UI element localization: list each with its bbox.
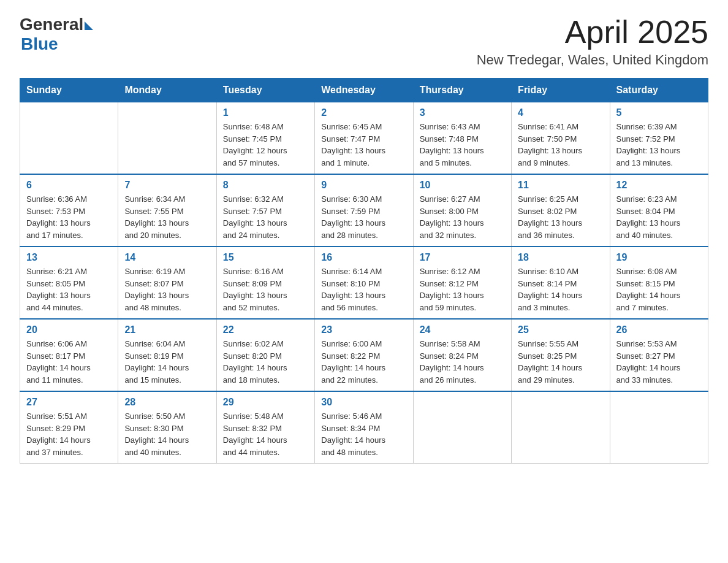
page-header: General Blue April 2025 New Tredegar, Wa… — [20, 15, 708, 68]
weekday-header-thursday: Thursday — [413, 79, 511, 102]
day-info: Sunrise: 5:48 AM Sunset: 8:32 PM Dayligh… — [223, 410, 308, 458]
logo-arrow-icon — [85, 21, 93, 30]
calendar-cell: 22Sunrise: 6:02 AM Sunset: 8:20 PM Dayli… — [216, 319, 314, 391]
day-number: 10 — [420, 180, 505, 191]
calendar-cell — [20, 102, 118, 175]
weekday-header-friday: Friday — [512, 79, 610, 102]
weekday-header-row: SundayMondayTuesdayWednesdayThursdayFrid… — [20, 79, 708, 102]
day-number: 12 — [616, 180, 702, 191]
calendar-cell — [413, 391, 511, 464]
day-number: 15 — [223, 252, 308, 263]
calendar-cell: 26Sunrise: 5:53 AM Sunset: 8:27 PM Dayli… — [610, 319, 708, 391]
day-number: 4 — [518, 107, 603, 118]
day-number: 14 — [124, 252, 210, 263]
day-number: 24 — [420, 324, 505, 335]
day-info: Sunrise: 6:04 AM Sunset: 8:19 PM Dayligh… — [124, 338, 210, 386]
calendar-cell: 1Sunrise: 6:48 AM Sunset: 7:45 PM Daylig… — [216, 102, 314, 175]
day-info: Sunrise: 6:27 AM Sunset: 8:00 PM Dayligh… — [420, 193, 505, 241]
day-number: 20 — [26, 324, 112, 335]
calendar-cell: 4Sunrise: 6:41 AM Sunset: 7:50 PM Daylig… — [512, 102, 610, 175]
day-info: Sunrise: 6:02 AM Sunset: 8:20 PM Dayligh… — [223, 338, 308, 386]
day-info: Sunrise: 6:48 AM Sunset: 7:45 PM Dayligh… — [223, 121, 308, 169]
week-row-4: 20Sunrise: 6:06 AM Sunset: 8:17 PM Dayli… — [20, 319, 708, 391]
day-number: 25 — [518, 324, 603, 335]
day-info: Sunrise: 6:06 AM Sunset: 8:17 PM Dayligh… — [26, 338, 112, 386]
day-number: 19 — [616, 252, 702, 263]
day-number: 1 — [223, 107, 308, 118]
day-number: 27 — [26, 397, 112, 408]
day-info: Sunrise: 6:21 AM Sunset: 8:05 PM Dayligh… — [26, 266, 112, 313]
calendar-cell: 14Sunrise: 6:19 AM Sunset: 8:07 PM Dayli… — [118, 247, 216, 319]
day-number: 11 — [518, 180, 603, 191]
title-section: April 2025 New Tredegar, Wales, United K… — [477, 15, 708, 68]
week-row-1: 1Sunrise: 6:48 AM Sunset: 7:45 PM Daylig… — [20, 102, 708, 175]
day-number: 30 — [321, 397, 406, 408]
calendar-cell: 6Sunrise: 6:36 AM Sunset: 7:53 PM Daylig… — [20, 174, 118, 247]
week-row-5: 27Sunrise: 5:51 AM Sunset: 8:29 PM Dayli… — [20, 391, 708, 464]
day-number: 16 — [321, 252, 406, 263]
weekday-header-sunday: Sunday — [20, 79, 118, 102]
calendar-cell: 15Sunrise: 6:16 AM Sunset: 8:09 PM Dayli… — [216, 247, 314, 319]
calendar-cell: 8Sunrise: 6:32 AM Sunset: 7:57 PM Daylig… — [216, 174, 314, 247]
day-info: Sunrise: 6:23 AM Sunset: 8:04 PM Dayligh… — [616, 193, 702, 241]
calendar-cell: 24Sunrise: 5:58 AM Sunset: 8:24 PM Dayli… — [413, 319, 511, 391]
calendar-cell: 20Sunrise: 6:06 AM Sunset: 8:17 PM Dayli… — [20, 319, 118, 391]
day-number: 26 — [616, 324, 702, 335]
calendar-cell: 30Sunrise: 5:46 AM Sunset: 8:34 PM Dayli… — [315, 391, 413, 464]
calendar-cell — [610, 391, 708, 464]
day-number: 17 — [420, 252, 505, 263]
weekday-header-saturday: Saturday — [610, 79, 708, 102]
calendar-cell: 25Sunrise: 5:55 AM Sunset: 8:25 PM Dayli… — [512, 319, 610, 391]
day-info: Sunrise: 6:34 AM Sunset: 7:55 PM Dayligh… — [124, 193, 210, 241]
day-number: 18 — [518, 252, 603, 263]
day-info: Sunrise: 5:46 AM Sunset: 8:34 PM Dayligh… — [321, 410, 406, 458]
week-row-3: 13Sunrise: 6:21 AM Sunset: 8:05 PM Dayli… — [20, 247, 708, 319]
weekday-header-tuesday: Tuesday — [216, 79, 314, 102]
calendar-cell: 29Sunrise: 5:48 AM Sunset: 8:32 PM Dayli… — [216, 391, 314, 464]
calendar-cell: 28Sunrise: 5:50 AM Sunset: 8:30 PM Dayli… — [118, 391, 216, 464]
day-number: 21 — [124, 324, 210, 335]
logo: General Blue — [20, 15, 93, 54]
calendar-cell: 2Sunrise: 6:45 AM Sunset: 7:47 PM Daylig… — [315, 102, 413, 175]
day-info: Sunrise: 6:10 AM Sunset: 8:14 PM Dayligh… — [518, 266, 603, 313]
calendar-cell: 17Sunrise: 6:12 AM Sunset: 8:12 PM Dayli… — [413, 247, 511, 319]
calendar-cell: 9Sunrise: 6:30 AM Sunset: 7:59 PM Daylig… — [315, 174, 413, 247]
calendar-table: SundayMondayTuesdayWednesdayThursdayFrid… — [20, 78, 708, 464]
calendar-cell: 27Sunrise: 5:51 AM Sunset: 8:29 PM Dayli… — [20, 391, 118, 464]
day-number: 3 — [420, 107, 505, 118]
day-info: Sunrise: 6:14 AM Sunset: 8:10 PM Dayligh… — [321, 266, 406, 313]
day-number: 6 — [26, 180, 112, 191]
day-info: Sunrise: 6:16 AM Sunset: 8:09 PM Dayligh… — [223, 266, 308, 313]
day-info: Sunrise: 5:51 AM Sunset: 8:29 PM Dayligh… — [26, 410, 112, 458]
calendar-cell: 13Sunrise: 6:21 AM Sunset: 8:05 PM Dayli… — [20, 247, 118, 319]
day-info: Sunrise: 6:32 AM Sunset: 7:57 PM Dayligh… — [223, 193, 308, 241]
calendar-cell — [118, 102, 216, 175]
calendar-cell: 19Sunrise: 6:08 AM Sunset: 8:15 PM Dayli… — [610, 247, 708, 319]
day-number: 5 — [616, 107, 702, 118]
month-title: April 2025 — [477, 15, 708, 50]
calendar-cell: 18Sunrise: 6:10 AM Sunset: 8:14 PM Dayli… — [512, 247, 610, 319]
calendar-cell: 12Sunrise: 6:23 AM Sunset: 8:04 PM Dayli… — [610, 174, 708, 247]
day-info: Sunrise: 6:45 AM Sunset: 7:47 PM Dayligh… — [321, 121, 406, 169]
day-number: 23 — [321, 324, 406, 335]
day-info: Sunrise: 6:08 AM Sunset: 8:15 PM Dayligh… — [616, 266, 702, 313]
day-info: Sunrise: 6:25 AM Sunset: 8:02 PM Dayligh… — [518, 193, 603, 241]
day-info: Sunrise: 6:12 AM Sunset: 8:12 PM Dayligh… — [420, 266, 505, 313]
day-number: 29 — [223, 397, 308, 408]
day-number: 9 — [321, 180, 406, 191]
day-info: Sunrise: 6:36 AM Sunset: 7:53 PM Dayligh… — [26, 193, 112, 241]
calendar-cell: 16Sunrise: 6:14 AM Sunset: 8:10 PM Dayli… — [315, 247, 413, 319]
calendar-cell: 7Sunrise: 6:34 AM Sunset: 7:55 PM Daylig… — [118, 174, 216, 247]
day-info: Sunrise: 6:19 AM Sunset: 8:07 PM Dayligh… — [124, 266, 210, 313]
day-info: Sunrise: 6:41 AM Sunset: 7:50 PM Dayligh… — [518, 121, 603, 169]
day-info: Sunrise: 6:43 AM Sunset: 7:48 PM Dayligh… — [420, 121, 505, 169]
logo-blue-text: Blue — [21, 34, 58, 54]
day-info: Sunrise: 5:50 AM Sunset: 8:30 PM Dayligh… — [124, 410, 210, 458]
calendar-cell: 21Sunrise: 6:04 AM Sunset: 8:19 PM Dayli… — [118, 319, 216, 391]
day-info: Sunrise: 6:30 AM Sunset: 7:59 PM Dayligh… — [321, 193, 406, 241]
day-info: Sunrise: 6:00 AM Sunset: 8:22 PM Dayligh… — [321, 338, 406, 386]
day-info: Sunrise: 5:58 AM Sunset: 8:24 PM Dayligh… — [420, 338, 505, 386]
calendar-cell — [512, 391, 610, 464]
day-number: 22 — [223, 324, 308, 335]
day-number: 2 — [321, 107, 406, 118]
